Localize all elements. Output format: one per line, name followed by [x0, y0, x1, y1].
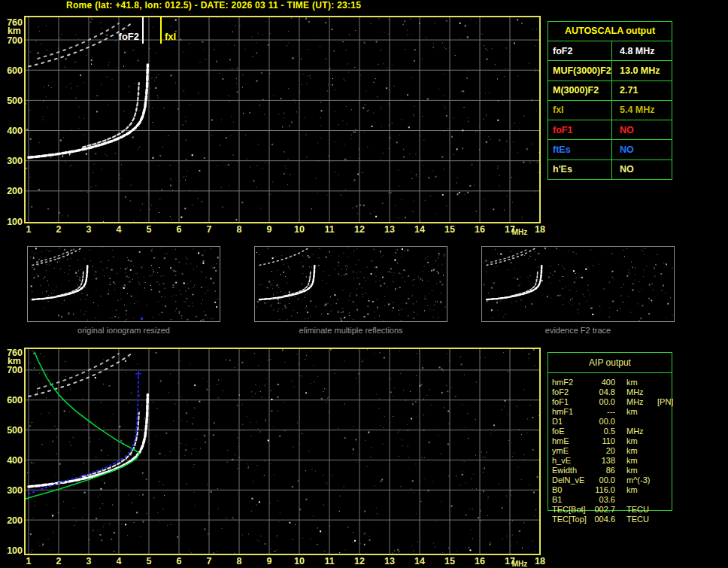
series-second-hop-echo-upper [38, 354, 119, 389]
param-label: hmE [552, 436, 591, 446]
svg-text:200: 200 [7, 186, 23, 196]
thumb-traces [32, 249, 87, 300]
param-label: foF1 [548, 120, 611, 139]
aip-row-hve: h_vE138km [548, 456, 672, 466]
svg-text:500: 500 [7, 425, 23, 436]
param-unit: TECU [615, 505, 657, 515]
param-unit [615, 417, 657, 427]
param-label: B1 [552, 495, 591, 505]
svg-text:4: 4 [117, 556, 122, 566]
param-unit [615, 495, 657, 505]
aip-row-tectop: TEC[Top]004.6TECU [548, 515, 672, 524]
thumbnail-caption-original: original ionogram resized [27, 326, 220, 335]
thumb-noise [484, 248, 673, 321]
param-value: 00.0 [591, 475, 615, 485]
thumb-series-1 [57, 272, 83, 296]
svg-text:1: 1 [26, 556, 32, 566]
thumbnail-eliminate-reflections [254, 246, 447, 322]
autoscala-row-fxi: fxI5.4 MHz [548, 101, 672, 120]
svg-text:8: 8 [237, 556, 242, 566]
aip-row-b0: B0116.0km [548, 485, 672, 495]
svg-text:11: 11 [324, 224, 334, 235]
thumb-series-0 [487, 265, 541, 300]
param-label: TEC[Top] [552, 515, 591, 524]
thumb-series-2 [32, 249, 80, 266]
param-unit: TECU [615, 515, 657, 524]
svg-text:16: 16 [475, 224, 485, 235]
param-label: foE [552, 427, 591, 436]
param-value: 004.6 [591, 515, 615, 524]
y-axis-unit-label: km [8, 26, 21, 36]
grid-lines [25, 348, 540, 554]
param-extra [657, 466, 672, 475]
svg-text:10: 10 [294, 224, 305, 235]
param-value: 00.0 [591, 417, 615, 427]
param-extra [657, 427, 672, 436]
svg-text:11: 11 [324, 556, 334, 566]
param-unit: km [615, 456, 657, 466]
param-label: Ewidth [552, 466, 591, 475]
aip-row-fof2: foF204.8MHz [548, 387, 672, 397]
svg-text:5: 5 [147, 224, 152, 235]
param-extra [657, 417, 672, 427]
series-f2-trace-upper-branch [83, 83, 139, 147]
thumbnail-eliminate-reflections-image [255, 247, 447, 321]
thumb-series-1 [511, 272, 538, 296]
svg-text:7: 7 [207, 224, 212, 235]
echo-noise [26, 348, 541, 555]
thumbnail-original-ionogram [27, 246, 220, 322]
param-extra [657, 407, 672, 417]
aip-row-b1: B103.6 [548, 495, 672, 505]
plot-frame [25, 348, 540, 554]
grid-lines [25, 17, 540, 223]
param-value: 5.4 MHz [611, 101, 672, 120]
param-extra [657, 456, 672, 466]
svg-text:15: 15 [444, 556, 455, 566]
param-value: 110 [591, 436, 615, 446]
trace-series [25, 352, 147, 499]
x-axis-unit-label: MHz [512, 560, 528, 568]
param-unit: km [615, 378, 657, 387]
series-f2-trace-main [29, 395, 147, 487]
blue-speck [141, 317, 143, 320]
param-label: fxI [548, 101, 611, 120]
axis-labels: 123456789101112131415161718MHz7607006005… [7, 17, 545, 237]
param-label: B0 [552, 485, 591, 495]
param-value: 002.7 [591, 505, 615, 515]
svg-text:6: 6 [177, 224, 182, 235]
param-value: 116.0 [591, 485, 615, 495]
param-value: --- [591, 407, 615, 417]
aip-row-hme: hmE110km [548, 436, 672, 446]
param-label: foF1 [552, 397, 591, 407]
param-label: h_vE [552, 456, 591, 466]
autoscala-row-hes: h'EsNO [548, 160, 672, 179]
param-value: 400 [591, 378, 615, 387]
autoscala-window: Rome (lat: +41.8, lon: 012.5) - DATE: 20… [0, 0, 728, 568]
param-extra [657, 378, 672, 387]
thumb-traces [487, 249, 541, 300]
param-label: foF2 [552, 387, 591, 397]
param-value: NO [611, 140, 672, 159]
thumb-traces [259, 249, 314, 300]
param-unit: km [615, 485, 657, 495]
svg-text:13: 13 [384, 224, 395, 235]
thumb-series-0 [259, 265, 314, 300]
svg-text:16: 16 [475, 556, 485, 566]
svg-text:500: 500 [7, 96, 23, 106]
thumbnail-evidence-f2-trace-image [482, 247, 674, 321]
param-unit: km [615, 407, 657, 417]
svg-text:200: 200 [7, 515, 23, 526]
param-label: D1 [552, 417, 591, 427]
svg-text:100: 100 [7, 545, 23, 556]
thumbnail-caption-evidence: evidence F2 trace [481, 326, 675, 335]
param-unit: MHz [615, 387, 657, 397]
page-title: Rome (lat: +41.8, lon: 012.5) - DATE: 20… [66, 0, 361, 11]
marker-label-fxi: fxI [165, 31, 176, 42]
thumb-series-3 [37, 249, 74, 263]
aip-output-table: AIP output hmF2400kmfoF204.8MHzfoF100.0M… [548, 352, 672, 511]
svg-text:7: 7 [207, 556, 212, 566]
aip-row-delnve: DelN_vE00.0m^(-3) [548, 475, 672, 485]
autoscala-table-rows: foF24.8 MHzMUF(3000)F213.0 MHzM(3000)F22… [548, 41, 672, 179]
param-value: NO [611, 160, 672, 179]
series-second-hop-echo-lower [29, 353, 132, 396]
